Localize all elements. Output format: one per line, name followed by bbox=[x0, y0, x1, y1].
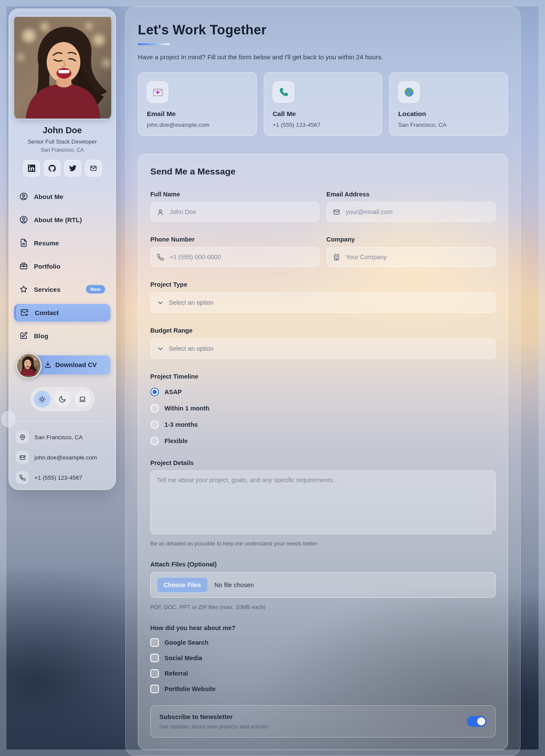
location-card[interactable]: Location San Francisco, CA bbox=[389, 72, 508, 136]
sidebar-item-label: Contact bbox=[35, 309, 59, 316]
mail-heart-icon bbox=[20, 308, 29, 317]
page-subtitle: Have a project in mind? Fill out the for… bbox=[138, 53, 508, 61]
card-value: San Francisco, CA bbox=[398, 122, 499, 128]
full-name-field-group: Full Name bbox=[150, 177, 320, 222]
sidebar-item-label: Services bbox=[34, 286, 61, 293]
budget-value: Select an option bbox=[169, 345, 213, 352]
profile-name: John Doe bbox=[14, 125, 110, 135]
budget-label: Budget Range bbox=[150, 327, 496, 334]
full-name-input[interactable] bbox=[169, 208, 313, 216]
file-status: No file chosen bbox=[214, 582, 254, 588]
file-text-icon bbox=[19, 239, 28, 247]
user-icon bbox=[157, 208, 164, 216]
project-details-textarea[interactable] bbox=[150, 471, 496, 534]
main-content: Let's Work Together Have a project in mi… bbox=[125, 6, 521, 756]
download-cv-button[interactable]: Download CV bbox=[30, 355, 110, 374]
radio-unchecked[interactable] bbox=[150, 404, 159, 413]
star-icon bbox=[19, 285, 28, 294]
timeline-option-1-3months[interactable]: 1-3 months bbox=[150, 420, 496, 429]
title-underline bbox=[138, 43, 170, 45]
checkbox-unchecked[interactable] bbox=[150, 685, 159, 693]
company-input[interactable] bbox=[345, 253, 489, 261]
page-title: Let's Work Together bbox=[138, 22, 508, 38]
radio-checked[interactable] bbox=[150, 388, 159, 396]
sidebar-item-label: Portfolio bbox=[34, 263, 61, 270]
info-phone: +1 (555) 123-4567 bbox=[14, 471, 110, 484]
timeline-option-asap[interactable]: ASAP bbox=[150, 387, 496, 396]
choose-files-button[interactable]: Choose Files bbox=[157, 577, 208, 593]
profile-role: Senior Full Stack Developer bbox=[14, 138, 110, 145]
message-form: Send Me a Message Full Name Email Addres… bbox=[138, 154, 508, 750]
hear-option-referral[interactable]: Referral bbox=[150, 669, 496, 678]
info-email-text: john.doe@example.com bbox=[34, 454, 97, 461]
linkedin-icon[interactable] bbox=[23, 160, 40, 177]
twitter-icon[interactable] bbox=[64, 160, 81, 177]
chevron-down-icon bbox=[157, 345, 164, 352]
hear-option-social-media[interactable]: Social Media bbox=[150, 653, 496, 662]
radio-label: ASAP bbox=[164, 389, 182, 395]
info-location: San Francisco, CA bbox=[14, 431, 110, 444]
email-field-group: Email Address bbox=[326, 177, 496, 222]
avatar bbox=[16, 353, 42, 379]
sun-icon bbox=[38, 395, 46, 403]
email-label: Email Address bbox=[326, 191, 496, 198]
radio-label: Flexible bbox=[164, 438, 188, 444]
radio-unchecked[interactable] bbox=[150, 420, 159, 429]
globe-emoji-icon bbox=[398, 81, 420, 103]
light-theme-button[interactable] bbox=[34, 391, 51, 407]
details-label: Project Details bbox=[150, 459, 496, 466]
pen-square-icon bbox=[19, 331, 28, 340]
file-upload-field[interactable]: Choose Files No file chosen bbox=[150, 572, 496, 598]
divider bbox=[17, 421, 108, 422]
email-card[interactable]: Email Me john.doe@example.com bbox=[138, 72, 257, 136]
contact-cards: Email Me john.doe@example.com Call Me +1… bbox=[138, 72, 508, 136]
call-card[interactable]: Call Me +1 (555) 123-4567 bbox=[264, 72, 383, 136]
mail-icon bbox=[16, 451, 29, 464]
radio-label: Within 1 month bbox=[164, 405, 210, 412]
timeline-option-1month[interactable]: Within 1 month bbox=[150, 404, 496, 413]
budget-select[interactable]: Select an option bbox=[150, 338, 496, 359]
checkbox-label: Google Search bbox=[164, 639, 208, 646]
download-cv-row: Download CV bbox=[14, 354, 110, 375]
radio-unchecked[interactable] bbox=[150, 437, 159, 445]
building-icon bbox=[333, 254, 340, 261]
system-theme-button[interactable] bbox=[74, 391, 91, 407]
checkbox-unchecked[interactable] bbox=[150, 638, 159, 647]
github-icon[interactable] bbox=[44, 160, 61, 177]
newsletter-toggle[interactable] bbox=[467, 716, 487, 727]
timeline-option-flexible[interactable]: Flexible bbox=[150, 436, 496, 445]
download-icon bbox=[44, 361, 52, 368]
project-type-select[interactable]: Select an option bbox=[150, 292, 496, 313]
sidebar-item-about-me-rtl[interactable]: About Me (RTL) bbox=[14, 211, 110, 229]
checkbox-label: Portfolio Website bbox=[164, 686, 216, 692]
email-input[interactable] bbox=[345, 208, 489, 216]
laptop-icon bbox=[79, 395, 86, 403]
sidebar-collapse-handle[interactable] bbox=[2, 411, 15, 427]
sidebar-item-portfolio[interactable]: Portfolio bbox=[14, 257, 110, 275]
card-value: +1 (555) 123-4567 bbox=[273, 122, 374, 128]
radio-label: 1-3 months bbox=[164, 421, 198, 428]
phone-field-group: Phone Number bbox=[150, 222, 320, 267]
hear-option-portfolio-website[interactable]: Portfolio Website bbox=[150, 684, 496, 693]
phone-icon bbox=[16, 471, 29, 484]
briefcase-icon bbox=[19, 262, 28, 270]
moon-icon bbox=[58, 395, 66, 403]
phone-input[interactable] bbox=[169, 253, 313, 261]
hear-option-google-search[interactable]: Google Search bbox=[150, 638, 496, 647]
sidebar-item-about-me[interactable]: About Me bbox=[14, 188, 110, 205]
card-value: john.doe@example.com bbox=[147, 122, 248, 128]
phone-icon bbox=[157, 254, 164, 261]
full-name-label: Full Name bbox=[150, 191, 320, 198]
checkbox-unchecked[interactable] bbox=[150, 654, 159, 662]
sidebar-item-blog[interactable]: Blog bbox=[14, 327, 110, 345]
sidebar-item-services[interactable]: Services New bbox=[14, 281, 110, 298]
attach-label: Attach Files (Optional) bbox=[150, 561, 496, 568]
sidebar-item-resume[interactable]: Resume bbox=[14, 234, 110, 252]
sidebar-item-contact[interactable]: Contact bbox=[14, 304, 110, 321]
sidebar: John Doe Senior Full Stack Developer San… bbox=[9, 9, 116, 490]
checkbox-unchecked[interactable] bbox=[150, 669, 159, 678]
profile-location: San Francisco, CA bbox=[14, 147, 110, 153]
dark-theme-button[interactable] bbox=[54, 391, 71, 407]
social-links bbox=[14, 160, 110, 177]
email-icon[interactable] bbox=[85, 160, 102, 177]
